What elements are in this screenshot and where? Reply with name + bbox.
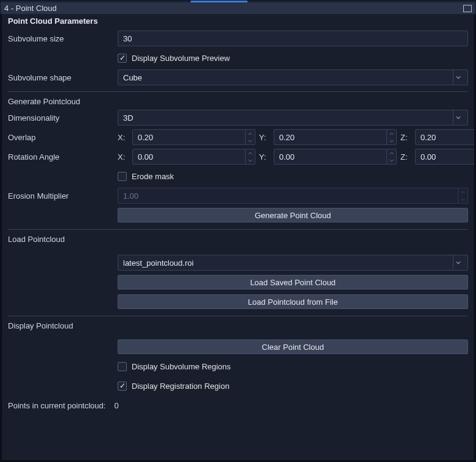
point-cloud-panel: 4 - Point Cloud Point Cloud Parameters S… bbox=[0, 0, 476, 462]
subvolume-size-input[interactable] bbox=[118, 30, 468, 46]
rotation-y-label: Y: bbox=[259, 152, 270, 162]
spin-down-icon[interactable] bbox=[387, 137, 396, 144]
chevron-down-icon bbox=[453, 255, 463, 270]
erosion-multiplier-label: Erosion Multiplier bbox=[8, 191, 118, 201]
divider bbox=[8, 316, 468, 316]
rotation-z-spinbox[interactable] bbox=[415, 149, 475, 165]
points-count-value: 0 bbox=[114, 401, 118, 410]
load-saved-point-cloud-button[interactable]: Load Saved Point Cloud bbox=[118, 275, 468, 290]
overlap-x-label: X: bbox=[118, 133, 129, 142]
overlap-z-input[interactable] bbox=[416, 130, 475, 144]
overlap-y-label: Y: bbox=[259, 133, 270, 142]
overlap-x-spinbox[interactable] bbox=[132, 129, 255, 145]
spin-up-icon bbox=[458, 188, 467, 196]
window-title: 4 - Point Cloud bbox=[4, 4, 57, 13]
rotation-y-input[interactable] bbox=[274, 149, 386, 164]
spin-up-icon[interactable] bbox=[246, 130, 255, 137]
spin-down-icon[interactable] bbox=[387, 157, 396, 164]
chevron-down-icon bbox=[453, 110, 463, 125]
spin-down-icon[interactable] bbox=[246, 157, 255, 164]
display-heading: Display Pointcloud bbox=[8, 321, 468, 330]
clear-point-cloud-button[interactable]: Clear Point Cloud bbox=[118, 339, 468, 354]
rotation-x-spinbox[interactable] bbox=[132, 149, 255, 165]
generate-heading: Generate Pointcloud bbox=[8, 97, 468, 106]
titlebar[interactable]: 4 - Point Cloud bbox=[1, 1, 475, 14]
overlap-y-input[interactable] bbox=[274, 130, 386, 144]
divider bbox=[8, 229, 468, 230]
spin-down-icon bbox=[458, 196, 467, 203]
display-subvolume-preview-label: Display Subvolume Preview bbox=[132, 54, 230, 63]
spin-down-icon[interactable] bbox=[246, 137, 255, 144]
dimensionality-combobox[interactable]: 3D bbox=[118, 110, 468, 126]
overlap-label: Overlap bbox=[8, 133, 118, 142]
display-registration-region-label: Display Registration Region bbox=[132, 382, 229, 391]
subvolume-shape-combobox[interactable]: Cube bbox=[118, 69, 468, 85]
spin-up-icon[interactable] bbox=[246, 149, 255, 157]
rotation-y-spinbox[interactable] bbox=[274, 149, 397, 165]
load-pointcloud-from-file-button[interactable]: Load Pointcloud from File bbox=[118, 294, 468, 309]
rotation-label: Rotation Angle bbox=[8, 152, 118, 162]
display-registration-region-checkbox[interactable] bbox=[118, 382, 127, 391]
overlap-z-label: Z: bbox=[400, 133, 411, 142]
section-title: Point Cloud Parameters bbox=[8, 16, 468, 26]
subvolume-shape-value: Cube bbox=[123, 73, 142, 82]
pointcloud-file-combobox[interactable]: latest_pointcloud.roi bbox=[118, 255, 468, 271]
rotation-x-input[interactable] bbox=[133, 149, 245, 164]
display-subvolume-preview-checkbox[interactable] bbox=[118, 54, 127, 63]
display-subvolume-regions-label: Display Subvolume Regions bbox=[132, 362, 231, 371]
chevron-down-icon bbox=[453, 70, 463, 85]
subvolume-size-label: Subvolume size bbox=[8, 34, 118, 43]
erode-mask-label: Erode mask bbox=[132, 172, 174, 181]
dimensionality-value: 3D bbox=[123, 113, 133, 123]
display-subvolume-regions-checkbox[interactable] bbox=[118, 362, 127, 371]
overlap-x-input[interactable] bbox=[133, 130, 245, 144]
erode-mask-checkbox[interactable] bbox=[118, 172, 127, 181]
erosion-multiplier-input bbox=[118, 188, 458, 203]
spin-up-icon[interactable] bbox=[387, 130, 396, 137]
rotation-z-input[interactable] bbox=[416, 149, 475, 164]
rotation-x-label: X: bbox=[118, 152, 129, 162]
erosion-multiplier-spinbox bbox=[118, 188, 468, 204]
load-heading: Load Pointcloud bbox=[8, 235, 468, 244]
panel-body: Point Cloud Parameters Subvolume size Di… bbox=[1, 14, 475, 461]
overlap-z-spinbox[interactable] bbox=[415, 129, 475, 145]
subvolume-shape-label: Subvolume shape bbox=[8, 73, 118, 82]
dimensionality-label: Dimensionality bbox=[8, 113, 118, 123]
divider bbox=[8, 91, 468, 92]
overlap-y-spinbox[interactable] bbox=[274, 129, 397, 145]
spin-up-icon[interactable] bbox=[387, 149, 396, 157]
points-count-label: Points in current pointcloud: bbox=[8, 401, 105, 410]
rotation-z-label: Z: bbox=[400, 152, 411, 162]
generate-point-cloud-button[interactable]: Generate Point Cloud bbox=[118, 208, 468, 222]
dock-icon[interactable] bbox=[463, 5, 472, 12]
pointcloud-file-value: latest_pointcloud.roi bbox=[123, 258, 194, 268]
